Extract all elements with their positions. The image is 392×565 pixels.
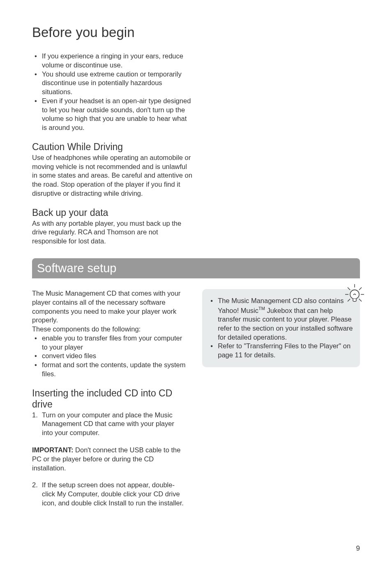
backup-heading: Back up your data bbox=[32, 207, 192, 218]
list-item: enable you to transfer files from your c… bbox=[32, 334, 186, 352]
caution-body: Use of headphones while operating an aut… bbox=[32, 153, 192, 198]
step-number: 1. bbox=[32, 411, 38, 420]
page-title: Before you begin bbox=[32, 25, 360, 40]
software-left-column: The Music Management CD that comes with … bbox=[32, 289, 186, 508]
important-label: IMPORTANT: bbox=[32, 446, 74, 454]
software-intro: The Music Management CD that comes with … bbox=[32, 289, 186, 325]
list-item: format and sort the contents, update the… bbox=[32, 361, 186, 379]
software-right-column: The Music Management CD also contains Ya… bbox=[202, 289, 360, 508]
inserting-heading: Inserting the included CD into CD drive bbox=[32, 388, 186, 410]
callout-box: The Music Management CD also contains Ya… bbox=[202, 289, 360, 367]
page-number: 9 bbox=[356, 544, 360, 553]
list-item: convert video files bbox=[32, 352, 186, 361]
svg-line-6 bbox=[359, 299, 362, 301]
important-note: IMPORTANT: Don't connect the USB cable t… bbox=[32, 446, 186, 472]
list-item: You should use extreme caution or tempor… bbox=[32, 70, 192, 97]
list-item: Even if your headset is an open-air type… bbox=[32, 97, 192, 132]
caution-heading: Caution While Driving bbox=[32, 141, 192, 153]
list-item: The Music Management CD also contains Ya… bbox=[208, 296, 354, 342]
backup-body: As with any portable player, you must ba… bbox=[32, 219, 192, 246]
step-number: 2. bbox=[32, 481, 38, 490]
step-item: 2. If the setup screen does not appear, … bbox=[32, 481, 186, 507]
components-intro-line: These components do the following: bbox=[32, 325, 186, 334]
step-text: If the setup screen does not appear, dou… bbox=[42, 481, 184, 507]
intro-bullet-list: If you experience a ringing in your ears… bbox=[32, 52, 192, 132]
svg-line-2 bbox=[359, 287, 362, 290]
intro-column: If you experience a ringing in your ears… bbox=[32, 52, 192, 246]
section-heading-bar: Software setup bbox=[32, 258, 360, 278]
inserting-steps: 1. Turn on your computer and place the M… bbox=[32, 411, 186, 438]
callout-list: The Music Management CD also contains Ya… bbox=[208, 296, 354, 360]
list-item: Refer to "Transferring Files to the Play… bbox=[208, 342, 354, 360]
step-item: 1. Turn on your computer and place the M… bbox=[32, 411, 186, 438]
svg-line-1 bbox=[348, 287, 350, 290]
list-item: If you experience a ringing in your ears… bbox=[32, 52, 192, 70]
software-setup-columns: The Music Management CD that comes with … bbox=[32, 289, 360, 508]
step-text: Turn on your computer and place the Musi… bbox=[42, 411, 174, 437]
trademark-symbol: TM bbox=[258, 306, 265, 311]
inserting-steps-2: 2. If the setup screen does not appear, … bbox=[32, 481, 186, 507]
components-list: enable you to transfer files from your c… bbox=[32, 334, 186, 379]
